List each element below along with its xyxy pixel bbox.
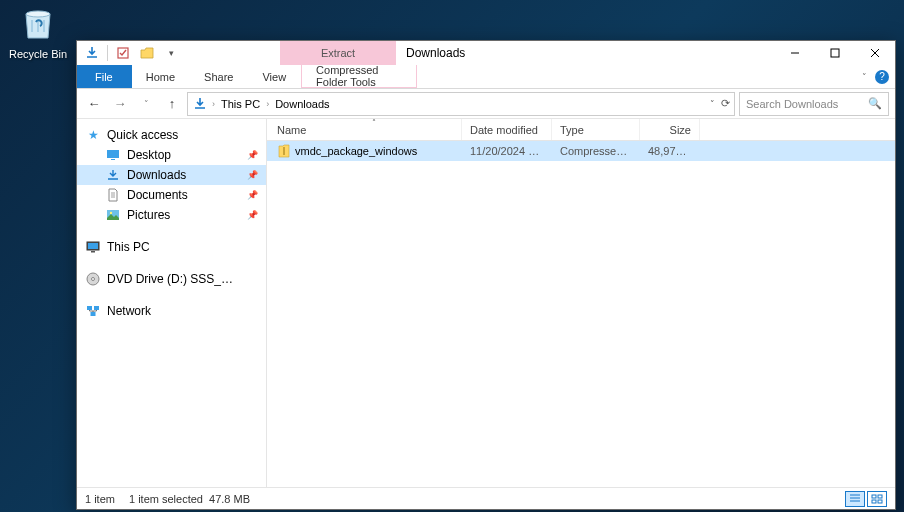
svg-point-11: [92, 278, 95, 281]
new-folder-qat-button[interactable]: [136, 42, 158, 64]
nav-this-pc-label: This PC: [107, 240, 150, 254]
pictures-icon: [105, 207, 121, 223]
column-size[interactable]: Size: [640, 119, 700, 140]
address-bar-row: ← → ˅ ↑ › This PC › Downloads ˅ ⟳ Search…: [77, 89, 895, 119]
address-dropdown-button[interactable]: ˅: [710, 99, 715, 109]
help-icon[interactable]: ?: [875, 70, 889, 84]
column-date[interactable]: Date modified: [462, 119, 552, 140]
svg-rect-19: [878, 500, 882, 503]
address-bar[interactable]: › This PC › Downloads ˅ ⟳: [187, 92, 735, 116]
explorer-body: ★ Quick access Desktop 📌 Downloads 📌 Doc…: [77, 119, 895, 487]
close-button[interactable]: [855, 41, 895, 65]
svg-rect-18: [872, 500, 876, 503]
recent-locations-button[interactable]: ˅: [135, 93, 157, 115]
documents-icon: [105, 187, 121, 203]
nav-quick-access-label: Quick access: [107, 128, 178, 142]
chevron-right-icon[interactable]: ›: [264, 99, 271, 109]
recycle-bin-label: Recycle Bin: [8, 48, 68, 60]
file-list: ˄ Name Date modified Type Size vmdc_pack…: [267, 119, 895, 487]
network-icon: [85, 303, 101, 319]
back-button[interactable]: ←: [83, 93, 105, 115]
context-tab-header: Extract: [280, 41, 396, 65]
chevron-right-icon[interactable]: ›: [210, 99, 217, 109]
recycle-bin[interactable]: Recycle Bin: [8, 2, 68, 60]
status-item-count: 1 item: [85, 493, 115, 505]
search-box[interactable]: Search Downloads 🔍: [739, 92, 889, 116]
breadcrumb-downloads[interactable]: Downloads: [273, 98, 331, 110]
qat-customize-button[interactable]: ▾: [160, 42, 182, 64]
column-type[interactable]: Type: [552, 119, 640, 140]
nav-desktop[interactable]: Desktop 📌: [77, 145, 266, 165]
nav-dvd-label: DVD Drive (D:) SSS_X64: [107, 272, 237, 286]
window-controls: [775, 41, 895, 65]
svg-point-6: [110, 212, 112, 214]
pin-icon: 📌: [247, 170, 258, 180]
column-name[interactable]: ˄ Name: [267, 119, 462, 140]
maximize-button[interactable]: [815, 41, 855, 65]
svg-rect-8: [88, 243, 98, 249]
navigation-pane: ★ Quick access Desktop 📌 Downloads 📌 Doc…: [77, 119, 267, 487]
search-icon: 🔍: [868, 97, 882, 110]
column-headers: ˄ Name Date modified Type Size: [267, 119, 895, 141]
breadcrumb-this-pc[interactable]: This PC: [219, 98, 262, 110]
downloads-icon: [105, 167, 121, 183]
search-placeholder: Search Downloads: [746, 98, 838, 110]
status-selection: 1 item selected 47.8 MB: [129, 493, 250, 505]
svg-point-0: [26, 11, 50, 17]
file-size-cell: 48,978 KB: [640, 145, 700, 157]
properties-qat-button[interactable]: [112, 42, 134, 64]
sort-indicator-icon: ˄: [277, 118, 471, 127]
tab-compressed-folder-tools[interactable]: Compressed Folder Tools: [301, 65, 417, 88]
nav-desktop-label: Desktop: [127, 148, 171, 162]
forward-button[interactable]: →: [109, 93, 131, 115]
file-explorer-window: ▾ Extract Downloads File Home Share View…: [76, 40, 896, 510]
nav-dvd-drive[interactable]: DVD Drive (D:) SSS_X64: [77, 269, 266, 289]
svg-rect-13: [94, 306, 99, 310]
svg-rect-2: [831, 49, 839, 57]
file-date-cell: 11/20/2024 4:46 AM: [462, 145, 552, 157]
svg-rect-9: [91, 251, 95, 253]
downloads-qat-icon[interactable]: [81, 42, 103, 64]
window-title: Downloads: [396, 41, 775, 65]
file-name-cell: vmdc_package_windows: [267, 144, 462, 158]
view-large-icons-button[interactable]: [867, 491, 887, 507]
nav-quick-access[interactable]: ★ Quick access: [77, 125, 266, 145]
dvd-icon: [85, 271, 101, 287]
nav-network-label: Network: [107, 304, 151, 318]
nav-documents-label: Documents: [127, 188, 188, 202]
nav-pictures[interactable]: Pictures 📌: [77, 205, 266, 225]
svg-rect-16: [872, 495, 876, 498]
tab-view[interactable]: View: [248, 65, 301, 88]
svg-rect-12: [87, 306, 92, 310]
zip-file-icon: [277, 144, 291, 158]
file-row[interactable]: vmdc_package_windows 11/20/2024 4:46 AM …: [267, 141, 895, 161]
svg-rect-4: [111, 159, 115, 160]
refresh-button[interactable]: ⟳: [721, 97, 730, 110]
nav-documents[interactable]: Documents 📌: [77, 185, 266, 205]
view-details-button[interactable]: [845, 491, 865, 507]
ribbon-tabs: File Home Share View Compressed Folder T…: [77, 65, 895, 89]
downloads-location-icon: [192, 96, 208, 112]
tab-share[interactable]: Share: [190, 65, 248, 88]
minimize-button[interactable]: [775, 41, 815, 65]
pin-icon: 📌: [247, 190, 258, 200]
tab-home[interactable]: Home: [132, 65, 190, 88]
svg-rect-17: [878, 495, 882, 498]
nav-pictures-label: Pictures: [127, 208, 170, 222]
status-bar: 1 item 1 item selected 47.8 MB: [77, 487, 895, 509]
pin-icon: 📌: [247, 150, 258, 160]
title-bar: ▾ Extract Downloads: [77, 41, 895, 65]
nav-network[interactable]: Network: [77, 301, 266, 321]
up-button[interactable]: ↑: [161, 93, 183, 115]
recycle-bin-icon: [18, 2, 58, 42]
tab-file[interactable]: File: [77, 65, 132, 88]
svg-rect-14: [91, 312, 96, 316]
svg-rect-3: [107, 150, 119, 158]
file-rows[interactable]: vmdc_package_windows 11/20/2024 4:46 AM …: [267, 141, 895, 487]
nav-this-pc[interactable]: This PC: [77, 237, 266, 257]
desktop-icon: [105, 147, 121, 163]
this-pc-icon: [85, 239, 101, 255]
ribbon-expand-button[interactable]: ˅: [862, 72, 867, 82]
nav-downloads[interactable]: Downloads 📌: [77, 165, 266, 185]
nav-downloads-label: Downloads: [127, 168, 186, 182]
